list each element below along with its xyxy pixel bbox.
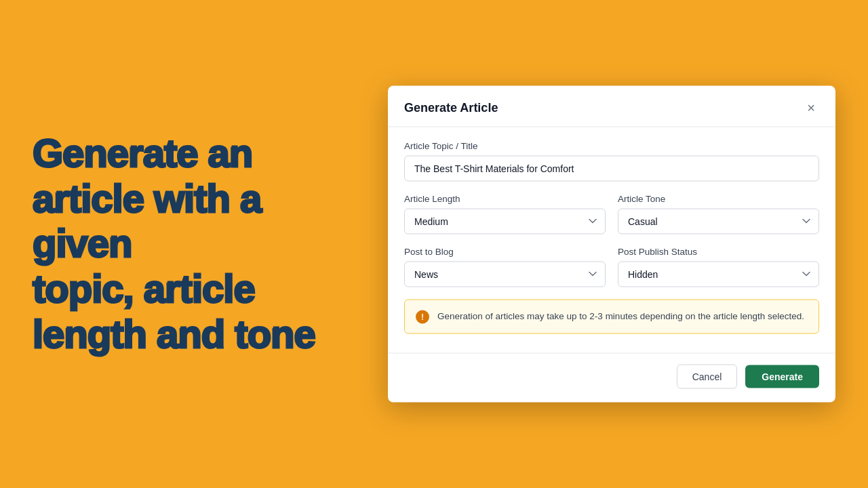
alert-box: ! Generation of articles may take up to … [404, 300, 819, 334]
status-label: Post Publish Status [618, 247, 819, 257]
modal-container: Generate Article × Article Topic / Title… [388, 86, 835, 403]
topic-input[interactable] [404, 156, 819, 182]
blog-select[interactable]: News Technology Lifestyle Fashion [404, 262, 606, 287]
tone-select[interactable]: Formal Casual Friendly Professional [618, 209, 819, 235]
topic-label: Article Topic / Title [404, 141, 819, 151]
tone-label: Article Tone [618, 194, 819, 204]
tone-col: Article Tone Formal Casual Friendly Prof… [618, 194, 819, 235]
generate-button[interactable]: Generate [745, 365, 819, 388]
blog-label: Post to Blog [404, 247, 606, 257]
modal-header: Generate Article × [388, 86, 835, 127]
topic-group: Article Topic / Title [404, 141, 819, 182]
length-select[interactable]: Short Medium Long [404, 209, 606, 235]
modal-footer: Cancel Generate [388, 353, 835, 403]
background-tagline: Generate an article with a given topic, … [33, 131, 365, 357]
modal-body: Article Topic / Title Article Length Sho… [388, 127, 835, 353]
alert-message: Generation of articles may take up to 2-… [437, 310, 804, 323]
status-col: Post Publish Status Hidden Published Dra… [618, 247, 819, 287]
length-col: Article Length Short Medium Long [404, 194, 606, 235]
close-button[interactable]: × [803, 100, 819, 116]
status-select[interactable]: Hidden Published Draft [618, 262, 819, 287]
modal-title: Generate Article [404, 100, 498, 115]
blog-col: Post to Blog News Technology Lifestyle F… [404, 247, 606, 287]
cancel-button[interactable]: Cancel [677, 365, 738, 389]
blog-status-row: Post to Blog News Technology Lifestyle F… [404, 247, 819, 287]
generate-article-modal: Generate Article × Article Topic / Title… [388, 86, 835, 403]
warning-icon: ! [416, 310, 429, 324]
length-label: Article Length [404, 194, 606, 204]
length-tone-row: Article Length Short Medium Long Article… [404, 194, 819, 235]
